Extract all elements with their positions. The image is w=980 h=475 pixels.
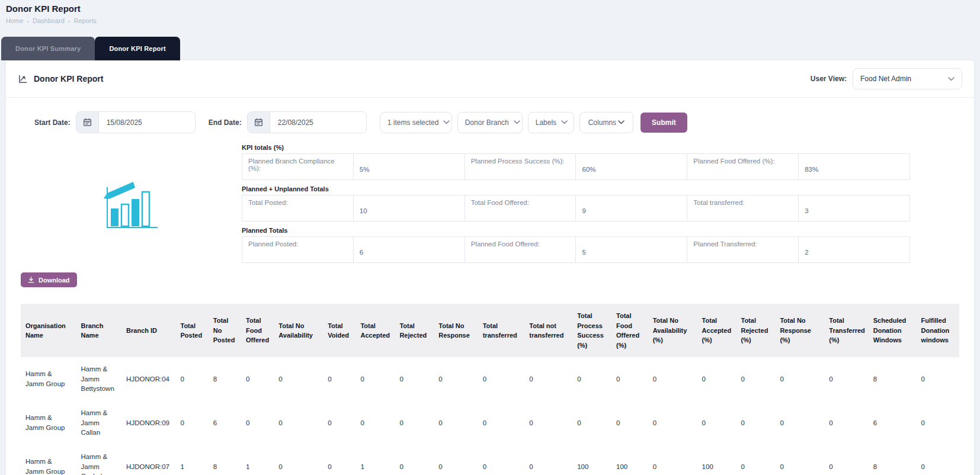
table-cell: 0 [524,357,572,401]
kpi-label: Planned Food Offered: [465,237,576,263]
table-cell: 1 [356,445,395,475]
summary-graphic-area [18,144,242,263]
items-selected-dropdown[interactable]: 1 items selected [380,112,452,133]
column-header: Total transferred [478,304,525,357]
kpi-percent-table: Planned Branch Compliance (%): 5% Planne… [242,153,910,180]
breadcrumb-dashboard[interactable]: Dashboard [33,17,65,24]
table-cell: 0 [775,357,824,401]
column-header: Total Voided [323,304,356,357]
column-header: Total No Availability [274,304,323,357]
table-cell: 0 [697,401,736,445]
table-cell: 0 [697,357,736,401]
table-cell: 0 [395,401,434,445]
table-cell: 100 [572,445,611,475]
breadcrumb-separator: - [27,17,29,24]
table-cell: 0 [524,445,572,475]
kpi-summary: KPI totals (%) Planned Branch Compliance… [6,139,974,263]
calendar-icon[interactable] [248,112,270,133]
kpi-section-planned-unplanned: Planned + Unplanned Totals Total Posted:… [242,185,910,222]
table-cell: Hamm & Jamm Callan [76,401,122,445]
breadcrumb-reports[interactable]: Reports [74,17,97,24]
table-cell: 1 [241,445,274,475]
column-header: Total No Posted [209,304,241,357]
table-cell: 0 [572,401,611,445]
kpi-value: 9 [576,195,687,222]
kpi-value: 5% [353,154,465,180]
table-cell: 0 [736,401,776,445]
donor-kpi-table: Organisation NameBranch NameBranch IDTot… [21,304,959,475]
table-cell: 0 [572,357,611,401]
table-cell: 0 [274,401,323,445]
columns-value: Columns [588,118,616,127]
table-cell: 1 [176,445,209,475]
column-header: Total Posted [176,304,209,357]
donor-branch-dropdown[interactable]: Donor Branch [457,112,523,133]
planned-totals-table: Planned Posted: 6 Planned Food Offered: … [242,236,910,263]
page-head: Donor KPI Report Home - Dashboard - Repo… [0,0,980,24]
kpi-section-percent-totals: KPI totals (%) Planned Branch Compliance… [242,144,910,180]
submit-button[interactable]: Submit [640,113,687,133]
download-button[interactable]: Download [21,272,77,287]
table-cell: 0 [356,401,395,445]
column-header: Total Process Success (%) [572,304,611,357]
table-cell: 0 [917,445,960,475]
table-cell: 0 [824,401,868,445]
bar-chart-icon [18,74,28,84]
breadcrumb-home[interactable]: Home [6,17,23,24]
table-cell: 0 [241,357,274,401]
user-view-value: Food Net Admin [860,75,911,83]
table-cell: 0 [356,357,395,401]
table-row: Hamm & Jamm GroupHamm & Jamm BettystownH… [21,357,959,401]
items-selected-value: 1 items selected [387,118,439,127]
labels-dropdown[interactable]: Labels [528,112,574,133]
table-cell: 0 [395,357,434,401]
kpi-label: Total Posted: [242,195,354,222]
table-cell: Hamm & Jamm Bettystown [76,357,122,401]
kpi-value: 2 [799,237,910,263]
planned-unplanned-table: Total Posted: 10 Total Food Offered: 9 T… [242,195,910,222]
calendar-icon[interactable] [76,112,99,133]
end-date-label: End Date: [209,118,242,127]
tab-donor-kpi-summary[interactable]: Donor KPI Summary [1,37,95,60]
tab-donor-kpi-report[interactable]: Donor KPI Report [95,37,180,60]
column-header: Branch Name [76,304,122,357]
user-view-label: User View: [811,75,847,83]
column-header: Total not transferred [524,304,572,357]
table-cell: 0 [434,401,478,445]
table-cell: 8 [869,357,917,401]
column-header: Organisation Name [21,304,76,357]
kpi-value: 60% [576,154,687,180]
start-date-label: Start Date: [34,118,71,127]
start-date-group [76,111,196,133]
kpi-section-heading: Planned Totals [242,227,910,234]
table-cell: 0 [775,445,824,475]
download-label: Download [39,277,70,284]
breadcrumb-separator: - [68,17,71,24]
user-view-select[interactable]: Food Net Admin [853,68,962,89]
tab-bar: Donor KPI Summary Donor KPI Report [1,37,980,60]
column-header: Total Food Offered (%) [611,304,648,357]
chevron-down-icon [514,120,520,124]
column-header: Total No Response [434,304,478,357]
table-cell: 0 [775,401,824,445]
table-cell: Hamm & Jamm Group [21,401,76,445]
kpi-label: Planned Branch Compliance (%): [242,154,354,180]
kpi-value: 5 [576,237,687,263]
table-cell: 0 [648,357,697,401]
table-cell: HJDONOR:09 [121,401,175,445]
kpi-section-planned: Planned Totals Planned Posted: 6 Planned… [242,227,910,263]
columns-dropdown[interactable]: Columns [579,112,633,133]
kpi-label: Planned Process Success (%): [465,154,576,180]
end-date-input[interactable] [270,112,366,133]
table-cell: 0 [736,445,776,475]
table-cell: 0 [824,357,868,401]
start-date-input[interactable] [99,112,195,133]
chevron-down-icon [443,120,450,124]
column-header: Total Food Offered [241,304,274,357]
column-header: Total Transferred (%) [824,304,868,357]
table-cell: 0 [176,357,209,401]
breadcrumb: Home - Dashboard - Reports [6,17,973,24]
kpi-label: Total transferred: [687,195,799,222]
table-cell: 0 [648,401,697,445]
table-cell: 0 [323,401,356,445]
